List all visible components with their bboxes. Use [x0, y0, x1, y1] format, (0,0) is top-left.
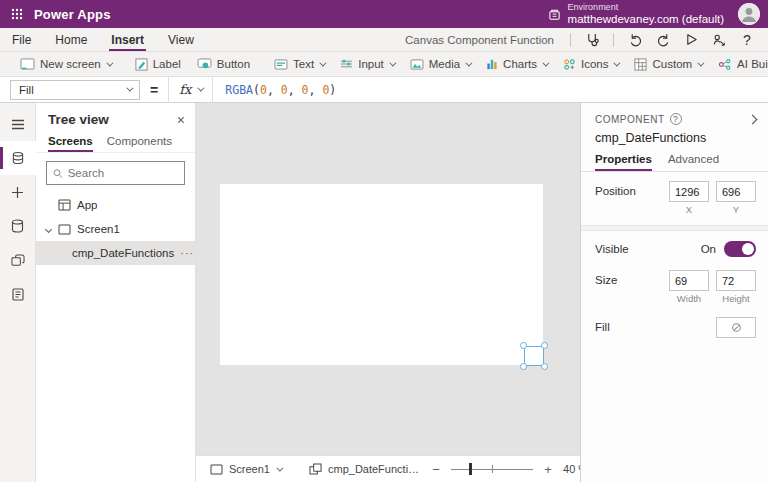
statusbar-screen-tab[interactable]: Screen1 — [204, 463, 287, 475]
position-row: Position X Y — [581, 172, 768, 219]
undo-icon[interactable] — [622, 29, 648, 51]
formula-bar: Fill = fx RGBA(0, 0, 0, 0) — [0, 77, 768, 103]
resize-handle-top-left[interactable] — [520, 342, 527, 349]
divider — [292, 460, 298, 477]
width-input[interactable] — [669, 270, 709, 291]
tree-row-screen1[interactable]: Screen1 — [36, 217, 195, 241]
zoom-slider[interactable] — [451, 462, 533, 476]
zoom-in-button[interactable]: + — [541, 462, 555, 477]
component-icon — [309, 463, 322, 475]
tab-advanced[interactable]: Advanced — [668, 153, 719, 171]
tree-view-title: Tree view — [48, 112, 109, 127]
zoom-slider-thumb[interactable] — [469, 463, 472, 475]
avatar[interactable] — [738, 3, 760, 25]
menu-file[interactable]: File — [0, 28, 43, 51]
toggle-knob — [742, 243, 754, 255]
tab-properties[interactable]: Properties — [595, 153, 652, 171]
fill-label: Fill — [595, 317, 610, 333]
close-icon[interactable]: × — [177, 113, 185, 127]
height-label: Height — [722, 293, 749, 304]
custom-menu[interactable]: Custom — [626, 52, 710, 77]
size-fields: Width Height — [669, 270, 756, 304]
menu-view[interactable]: View — [156, 28, 206, 51]
help-icon[interactable]: ? — [734, 29, 760, 51]
menu-bar: File Home Insert View Canvas Component F… — [0, 28, 768, 52]
charts-icon — [486, 58, 498, 70]
media-menu[interactable]: Media — [402, 52, 478, 77]
menu-home[interactable]: Home — [43, 28, 99, 51]
properties-tabs: Properties Advanced — [581, 151, 768, 172]
app-checker-icon[interactable] — [579, 29, 605, 51]
environment-text: Environment matthewdevaney.com (default) — [568, 3, 724, 26]
component-kicker: COMPONENT ? — [595, 113, 682, 125]
fx-label: fx — [179, 82, 191, 97]
fill-color-swatch[interactable] — [716, 317, 756, 338]
waffle-menu-icon[interactable] — [0, 0, 34, 28]
status-bar: Screen1 cmp_DateFuncti… − + 40 % — [196, 455, 580, 482]
preview-play-icon[interactable] — [678, 29, 704, 51]
resize-handle-bottom-right[interactable] — [541, 363, 548, 370]
button-button[interactable]: Button — [189, 52, 258, 77]
visible-state: On — [701, 243, 716, 255]
tree-row-label: App — [77, 199, 97, 211]
design-canvas[interactable] — [196, 103, 580, 455]
resize-handle-top-right[interactable] — [541, 342, 548, 349]
rail-insert-icon[interactable] — [0, 175, 36, 209]
zoom-out-button[interactable]: − — [429, 462, 443, 477]
environment-icon — [548, 8, 561, 21]
tree-row-label: Screen1 — [77, 223, 120, 235]
chevron-down-icon — [389, 59, 396, 66]
text-icon — [274, 59, 288, 70]
input-menu[interactable]: Input — [332, 52, 402, 77]
height-input[interactable] — [716, 270, 756, 291]
fx-selector[interactable]: fx — [168, 77, 213, 103]
icons-menu[interactable]: Icons — [555, 52, 627, 77]
redo-icon[interactable] — [650, 29, 676, 51]
menu-insert[interactable]: Insert — [99, 28, 156, 51]
ai-builder-menu[interactable]: AI Builder — [710, 52, 768, 77]
help-circle-icon[interactable]: ? — [670, 113, 682, 125]
divider — [613, 33, 614, 47]
property-selector[interactable]: Fill — [10, 80, 140, 100]
row-options-icon[interactable]: ··· — [180, 247, 194, 259]
environment-label: Environment — [568, 3, 724, 13]
insert-ribbon: New screen Label Button Text Input Media — [0, 52, 768, 77]
chevron-down-icon[interactable] — [45, 225, 52, 232]
screen-icon — [210, 464, 223, 475]
canvas-area: Screen1 cmp_DateFuncti… − + 40 % — [196, 103, 580, 482]
position-fields: X Y — [669, 181, 756, 215]
new-screen-button[interactable]: New screen — [12, 52, 119, 77]
tree-row-component[interactable]: cmp_DateFunctions ··· — [36, 241, 195, 265]
media-icon — [410, 59, 424, 70]
rail-hamburger-icon[interactable] — [0, 107, 36, 141]
tree-row-app[interactable]: App — [36, 193, 195, 217]
property-name: Fill — [19, 84, 34, 96]
chevron-down-icon — [320, 59, 327, 66]
selected-component[interactable] — [524, 346, 544, 366]
label-button[interactable]: Label — [127, 52, 189, 77]
tab-screens[interactable]: Screens — [48, 135, 93, 152]
rail-data-icon[interactable] — [0, 209, 36, 243]
statusbar-component-tab[interactable]: cmp_DateFuncti… — [303, 463, 425, 475]
charts-menu[interactable]: Charts — [478, 52, 555, 77]
formula-input[interactable]: RGBA(0, 0, 0, 0) — [213, 83, 768, 97]
search-box[interactable] — [46, 161, 185, 185]
position-x-input[interactable] — [669, 181, 709, 202]
visible-toggle[interactable] — [724, 241, 756, 257]
resize-handle-bottom-left[interactable] — [520, 363, 527, 370]
tab-components[interactable]: Components — [107, 135, 172, 152]
rail-tree-view-icon[interactable] — [0, 141, 36, 175]
rail-advanced-tools-icon[interactable] — [0, 277, 36, 311]
left-rail — [0, 103, 36, 482]
position-y-input[interactable] — [716, 181, 756, 202]
search-input[interactable] — [68, 167, 178, 179]
share-icon[interactable] — [706, 29, 732, 51]
ai-builder-icon — [718, 58, 732, 71]
environment-switcher[interactable]: Environment matthewdevaney.com (default) — [538, 0, 734, 28]
chevron-down-icon — [542, 59, 549, 66]
chevron-down-icon — [106, 59, 113, 66]
text-menu[interactable]: Text — [266, 52, 332, 77]
screen-artboard[interactable] — [220, 184, 543, 365]
rail-media-icon[interactable] — [0, 243, 36, 277]
collapse-panel-icon[interactable] — [748, 114, 758, 124]
